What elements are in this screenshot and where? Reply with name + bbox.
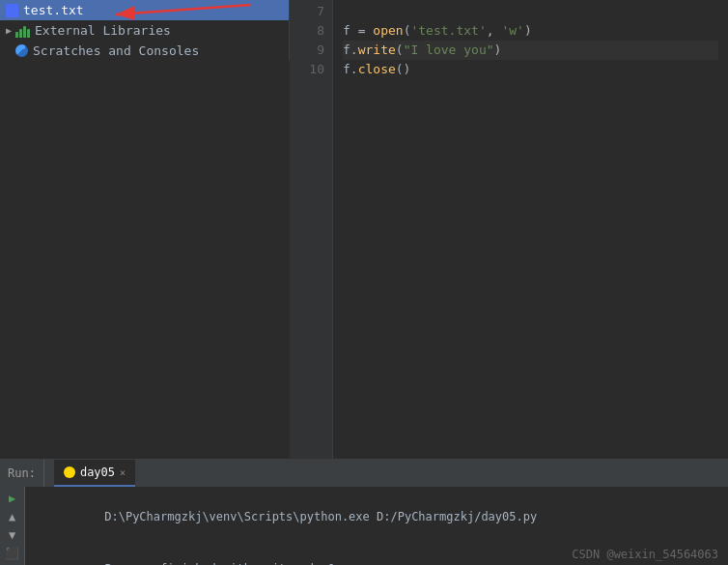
stop-button[interactable]: ⬛ bbox=[4, 547, 21, 561]
code-line-10: f.close() bbox=[343, 60, 718, 79]
main-container: test.txt ▶ External Libraries ▶ bbox=[0, 0, 728, 565]
line-num-7: 7 bbox=[290, 2, 324, 21]
line-numbers: 7 8 9 10 bbox=[290, 0, 333, 459]
code-line-8: f = open('test.txt', 'w') bbox=[343, 21, 718, 41]
sidebar-item-label-scratches: Scratches and Consoles bbox=[33, 43, 199, 58]
code-line-7 bbox=[343, 2, 718, 21]
scroll-down-button[interactable]: ▼ bbox=[4, 528, 21, 543]
editor-content: 7 8 9 10 f = open('test.txt', 'w') f.wri… bbox=[290, 0, 728, 459]
scroll-up-button[interactable]: ▲ bbox=[4, 509, 21, 523]
sidebar-item-test-txt[interactable]: test.txt bbox=[0, 0, 289, 20]
tab-close-button[interactable]: × bbox=[120, 467, 126, 478]
console-command-line: D:\PyCharmgzkj\venv\Scripts\python.exe D… bbox=[35, 491, 718, 543]
sidebar-item-external-libraries[interactable]: ▶ External Libraries bbox=[0, 20, 289, 41]
console-command: D:\PyCharmgzkj\venv\Scripts\python.exe D… bbox=[104, 510, 537, 523]
watermark: CSDN @weixin_54564063 bbox=[572, 548, 718, 561]
console-output: D:\PyCharmgzkj\venv\Scripts\python.exe D… bbox=[25, 487, 728, 565]
code-line-9: f.write("I love you") bbox=[343, 41, 718, 60]
sidebar-item-scratches[interactable]: ▶ Scratches and Consoles bbox=[0, 41, 289, 61]
python-icon bbox=[64, 466, 75, 478]
run-tab-label: day05 bbox=[80, 466, 115, 479]
run-button[interactable]: ▶ bbox=[4, 491, 21, 505]
run-label: Run: bbox=[8, 460, 44, 487]
bottom-content: ▶ ▲ ▼ ⬛ D:\PyCharmgzkj\venv\Scripts\pyth… bbox=[0, 487, 728, 565]
bottom-panel: Run: day05 × ▶ ▲ ▼ ⬛ D:\PyCharmgzkj\venv… bbox=[0, 459, 728, 565]
editor-area: 7 8 9 10 f = open('test.txt', 'w') f.wri… bbox=[290, 0, 728, 459]
sidebar-item-label-ext-libs: External Libraries bbox=[35, 23, 171, 38]
txt-file-icon bbox=[6, 4, 18, 17]
sidebar-item-label-test-txt: test.txt bbox=[23, 3, 84, 17]
sidebar: test.txt ▶ External Libraries ▶ bbox=[0, 0, 290, 61]
expand-arrow-icon: ▶ bbox=[6, 25, 12, 36]
bottom-sidebar-tools: ▶ ▲ ▼ ⬛ bbox=[0, 487, 25, 565]
scratch-icon bbox=[15, 44, 28, 57]
run-tab-day05[interactable]: day05 × bbox=[54, 460, 135, 487]
bottom-tabs-bar: Run: day05 × bbox=[0, 460, 728, 487]
code-editor[interactable]: f = open('test.txt', 'w') f.write("I lov… bbox=[333, 0, 728, 459]
line-num-10: 10 bbox=[290, 60, 324, 79]
sidebar-wrapper: test.txt ▶ External Libraries ▶ bbox=[0, 0, 290, 459]
line-num-8: 8 bbox=[290, 21, 324, 41]
content-area: test.txt ▶ External Libraries ▶ bbox=[0, 0, 728, 459]
line-num-9: 9 bbox=[290, 41, 324, 60]
libraries-icon bbox=[15, 24, 30, 38]
